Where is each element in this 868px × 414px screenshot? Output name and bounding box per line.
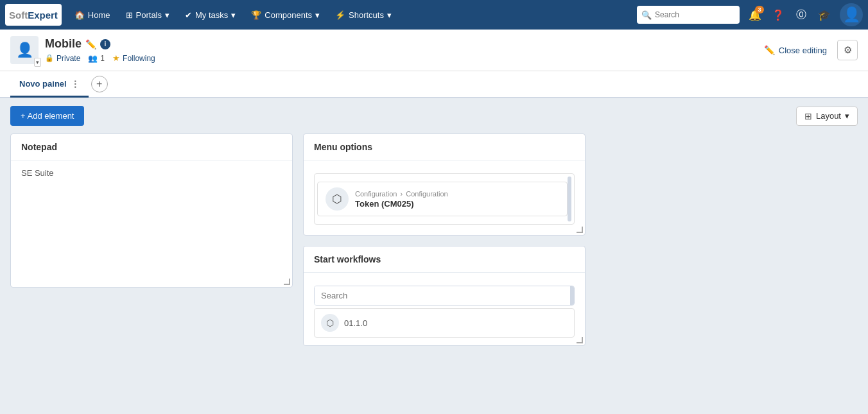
- tab-novo-painel[interactable]: Novo painel ⋮: [10, 73, 89, 98]
- home-icon: 🏠: [74, 10, 85, 20]
- search-input[interactable]: [637, 6, 740, 24]
- search-wrap: 🔍: [637, 6, 740, 24]
- settings-button[interactable]: ⚙: [837, 40, 858, 60]
- portal-icon-wrap: 👤 ▾: [10, 36, 39, 64]
- notepad-card-title: Notepad: [11, 134, 292, 160]
- nav-components-label: Components: [265, 10, 312, 20]
- bolt-icon: ⚡: [335, 10, 345, 20]
- add-element-button[interactable]: + Add element: [10, 106, 84, 126]
- chevron-down-icon-comp: ▾: [315, 10, 320, 20]
- header-bar: 👤 ▾ Mobile ✏️ i 🔒 Private 👥 1 ★: [0, 30, 868, 71]
- star-icon: ★: [112, 53, 120, 63]
- workflow-search-input[interactable]: [315, 286, 570, 305]
- header-meta: 🔒 Private 👥 1 ★ Following: [45, 53, 155, 63]
- nav-home[interactable]: 🏠 Home: [67, 0, 118, 30]
- notepad-card: Notepad SE Suite: [10, 134, 293, 288]
- start-workflows-card: Start workflows ⬡ 01.1.0: [303, 246, 586, 346]
- top-navigation: SoftExpert 🏠 Home ⊞ Portals ▾ ✔ My tasks…: [0, 0, 868, 30]
- menu-options-content: ⬡ Configuration › Configuration Token (C…: [317, 177, 568, 221]
- people-icon: 👥: [88, 54, 98, 63]
- tab-label: Novo painel: [19, 79, 67, 89]
- nav-icon-group: 🔔 3 ❓ ⓪ 🎓 👤: [745, 3, 863, 26]
- layout-button[interactable]: ⊞ Layout ▾: [796, 107, 858, 126]
- question-circle-btn[interactable]: ⓪: [791, 4, 812, 25]
- following-meta[interactable]: ★ Following: [112, 53, 155, 63]
- notepad-card-body: SE Suite: [11, 160, 292, 185]
- add-element-label: + Add element: [21, 111, 74, 121]
- header-right: ✏️ Close editing ⚙: [759, 40, 858, 60]
- nav-home-label: Home: [88, 10, 110, 20]
- grid-layout-icon: ⊞: [804, 111, 812, 121]
- lock-icon: 🔒: [45, 54, 54, 62]
- menu-item-icon: ⬡: [326, 187, 349, 211]
- main-content: Notepad SE Suite Menu options ⬡: [0, 134, 868, 356]
- trophy-icon: 🏆: [251, 10, 261, 20]
- plus-icon: +: [96, 78, 102, 90]
- menu-options-scrollbar[interactable]: [568, 177, 571, 221]
- layout-label: Layout: [816, 111, 841, 121]
- header-title-row: Mobile ✏️ i: [45, 37, 155, 51]
- menu-item-text: Configuration › Configuration Token (CM0…: [355, 190, 448, 209]
- add-tab-button[interactable]: +: [91, 76, 108, 92]
- start-workflows-body: ⬡ 01.1.0: [304, 273, 585, 345]
- menu-breadcrumb: Configuration › Configuration: [355, 190, 448, 198]
- right-cards-column: Menu options ⬡ Configuration: [303, 134, 586, 346]
- private-label: Private: [56, 54, 80, 63]
- nav-portals[interactable]: ⊞ Portals ▾: [118, 0, 177, 30]
- pencil-icon: ✏️: [764, 45, 775, 55]
- help-icon-btn[interactable]: ❓: [768, 4, 788, 25]
- workflow-item-text: 01.1.0: [344, 318, 367, 328]
- workflow-search-wrap: [314, 286, 575, 306]
- portal-dropdown-btn[interactable]: ▾: [34, 58, 41, 67]
- page-title: Mobile: [45, 37, 82, 51]
- hexagon-icon: ⬡: [332, 192, 342, 206]
- nav-portals-label: Portals: [136, 10, 162, 20]
- nav-components[interactable]: 🏆 Components ▾: [243, 0, 327, 30]
- members-meta: 👥 1: [88, 54, 105, 63]
- notification-bell[interactable]: 🔔 3: [745, 4, 765, 25]
- header-left: 👤 ▾ Mobile ✏️ i 🔒 Private 👥 1 ★: [10, 36, 759, 64]
- start-workflows-card-wrap: Start workflows ⬡ 01.1.0: [303, 246, 586, 346]
- notepad-content[interactable]: SE Suite: [21, 168, 54, 178]
- avatar[interactable]: 👤: [840, 3, 863, 26]
- search-icon: 🔍: [641, 10, 652, 20]
- menu-options-body: ⬡ Configuration › Configuration Token (C…: [304, 160, 585, 235]
- start-workflows-title: Start workflows: [304, 246, 585, 273]
- resize-handle-menu[interactable]: [577, 227, 583, 233]
- graduation-cap-btn[interactable]: 🎓: [814, 4, 835, 25]
- nav-mytasks[interactable]: ✔ My tasks ▾: [177, 0, 243, 30]
- chevron-down-icon-tasks: ▾: [231, 10, 236, 20]
- tabs-bar: Novo painel ⋮ +: [0, 71, 868, 98]
- portal-grid-icon: 👤: [16, 42, 33, 58]
- close-editing-label: Close editing: [779, 46, 827, 55]
- notification-badge: 3: [755, 6, 764, 13]
- menu-options-card: Menu options ⬡ Configuration: [303, 134, 586, 236]
- menu-options-card-wrap: Menu options ⬡ Configuration: [303, 134, 586, 236]
- workflow-search-scrollbar[interactable]: [570, 286, 574, 305]
- menu-options-inner: ⬡ Configuration › Configuration Token (C…: [314, 173, 575, 225]
- logo[interactable]: SoftExpert: [5, 4, 62, 26]
- user-avatar-icon: 👤: [843, 6, 860, 23]
- close-editing-button[interactable]: ✏️ Close editing: [759, 42, 832, 58]
- toolbar: + Add element ⊞ Layout ▾: [0, 98, 868, 134]
- workflow-icon-glyph: ⬡: [326, 318, 334, 328]
- chevron-down-icon: ▾: [165, 10, 169, 20]
- grid-icon: ⊞: [126, 10, 133, 20]
- nav-shortcuts-label: Shortcuts: [349, 10, 384, 20]
- menu-options-title: Menu options: [304, 134, 585, 160]
- chevron-layout-icon: ▾: [845, 111, 849, 121]
- info-icon[interactable]: i: [100, 39, 110, 49]
- nav-mytasks-label: My tasks: [195, 10, 228, 20]
- gear-icon: ⚙: [844, 44, 852, 56]
- header-title-group: Mobile ✏️ i 🔒 Private 👥 1 ★ Following: [45, 37, 155, 63]
- nav-shortcuts[interactable]: ⚡ Shortcuts ▾: [327, 0, 399, 30]
- resize-handle-workflows[interactable]: [577, 337, 583, 343]
- chevron-down-icon-short: ▾: [387, 10, 392, 20]
- menu-item-name: Token (CM025): [355, 199, 448, 209]
- menu-item[interactable]: ⬡ Configuration › Configuration Token (C…: [317, 182, 568, 216]
- edit-pencil-icon[interactable]: ✏️: [85, 39, 96, 49]
- workflow-item-icon: ⬡: [321, 314, 339, 332]
- workflow-preview-item[interactable]: ⬡ 01.1.0: [314, 308, 575, 338]
- tab-menu-icon[interactable]: ⋮: [71, 79, 80, 89]
- resize-handle-notepad[interactable]: [284, 279, 290, 285]
